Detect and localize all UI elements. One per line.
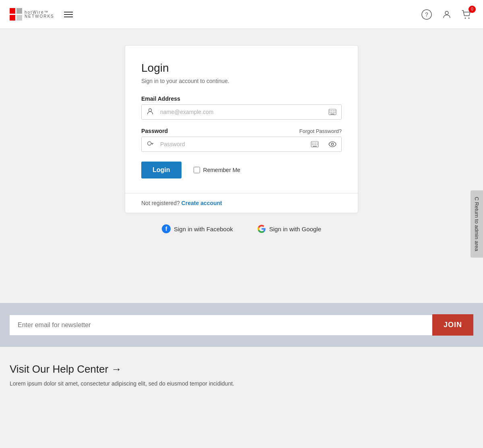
svg-rect-7 bbox=[330, 110, 330, 111]
hamburger-line-1 bbox=[64, 12, 73, 12]
logo-brand: hotWire™ bbox=[25, 10, 54, 15]
logo-sq-bottom-left bbox=[10, 15, 15, 21]
facebook-label: Sign in with Facebook bbox=[174, 226, 233, 232]
svg-rect-25 bbox=[317, 144, 318, 145]
forgot-password-link[interactable]: Forgot Password? bbox=[299, 128, 342, 134]
svg-rect-18 bbox=[312, 143, 313, 143]
email-keyboard-icon[interactable] bbox=[324, 109, 341, 115]
hamburger-line-3 bbox=[64, 17, 73, 17]
svg-rect-12 bbox=[331, 112, 332, 113]
user-field-icon bbox=[142, 108, 159, 116]
password-input[interactable] bbox=[159, 137, 306, 151]
password-input-wrapper bbox=[141, 137, 342, 152]
newsletter-section: JOIN bbox=[0, 303, 483, 347]
login-card: Login Sign in to your account to continu… bbox=[125, 45, 358, 213]
login-title: Login bbox=[141, 62, 342, 75]
password-row: Password Forgot Password? bbox=[141, 128, 342, 134]
svg-rect-10 bbox=[334, 110, 335, 111]
password-label: Password bbox=[141, 128, 168, 134]
remember-me-label[interactable]: Remember Me bbox=[194, 167, 241, 173]
logo-sub: NETWORKS bbox=[25, 15, 54, 19]
social-login: f Sign in with Facebook Sign in with Goo… bbox=[8, 224, 475, 237]
remember-me-text: Remember Me bbox=[203, 167, 241, 173]
email-form-group: Email Address bbox=[141, 95, 342, 120]
facebook-icon: f bbox=[162, 224, 171, 233]
show-password-icon[interactable] bbox=[324, 141, 341, 147]
user-icon[interactable] bbox=[440, 8, 453, 21]
svg-rect-15 bbox=[330, 114, 334, 114]
facebook-login-button[interactable]: f Sign in with Facebook bbox=[162, 224, 233, 233]
join-button[interactable]: JOIN bbox=[432, 314, 473, 336]
login-subtitle: Sign in to your account to continue. bbox=[141, 78, 342, 84]
login-button[interactable]: Login bbox=[141, 162, 182, 178]
not-registered-text: Not registered? bbox=[141, 200, 180, 206]
logo: hotWire™ NETWORKS bbox=[10, 8, 54, 21]
remember-me-checkbox[interactable] bbox=[194, 167, 200, 173]
svg-point-4 bbox=[469, 17, 470, 19]
svg-rect-24 bbox=[315, 144, 316, 145]
create-account-link[interactable]: Create account bbox=[182, 200, 222, 206]
main-content: Login Sign in to your account to continu… bbox=[0, 29, 483, 303]
password-keyboard-icon[interactable] bbox=[306, 141, 324, 147]
password-form-group: Password Forgot Password? bbox=[141, 128, 342, 152]
logo-text: hotWire™ NETWORKS bbox=[25, 10, 54, 19]
cart-badge: 0 bbox=[469, 6, 476, 13]
svg-point-16 bbox=[148, 142, 151, 145]
svg-rect-26 bbox=[313, 146, 317, 147]
email-input[interactable] bbox=[159, 105, 324, 119]
svg-text:?: ? bbox=[425, 11, 428, 18]
hamburger-line-2 bbox=[64, 14, 73, 15]
google-icon bbox=[257, 224, 266, 233]
svg-point-2 bbox=[445, 11, 448, 15]
email-label: Email Address bbox=[141, 95, 342, 102]
header-right: ? 0 bbox=[420, 8, 473, 21]
svg-rect-19 bbox=[314, 143, 314, 143]
key-icon bbox=[142, 140, 159, 149]
cart-icon[interactable]: 0 bbox=[460, 8, 473, 21]
logo-sq-top-left bbox=[10, 8, 15, 14]
svg-rect-22 bbox=[312, 144, 313, 145]
google-login-button[interactable]: Sign in with Google bbox=[257, 224, 321, 233]
svg-point-5 bbox=[149, 109, 151, 112]
login-card-footer: Not registered? Create account bbox=[125, 193, 358, 213]
help-description: Lorem ipsum dolor sit amet, consectetur … bbox=[10, 380, 473, 387]
email-input-wrapper bbox=[141, 104, 342, 120]
logo-sq-top-right bbox=[17, 8, 22, 14]
svg-rect-8 bbox=[331, 110, 332, 111]
svg-rect-9 bbox=[333, 110, 334, 111]
help-icon[interactable]: ? bbox=[420, 8, 433, 21]
logo-sq-bottom-right bbox=[17, 15, 22, 21]
svg-rect-20 bbox=[315, 143, 316, 143]
svg-point-3 bbox=[465, 17, 466, 19]
header: hotWire™ NETWORKS ? bbox=[0, 0, 483, 29]
header-left: hotWire™ NETWORKS bbox=[10, 8, 74, 21]
help-title[interactable]: Visit Our Help Center → bbox=[10, 363, 473, 375]
svg-point-27 bbox=[331, 143, 333, 145]
newsletter-input[interactable] bbox=[10, 315, 432, 335]
svg-rect-13 bbox=[333, 112, 334, 113]
svg-rect-23 bbox=[314, 144, 314, 145]
logo-squares bbox=[10, 8, 22, 21]
help-section: Visit Our Help Center → Lorem ipsum dolo… bbox=[0, 347, 483, 399]
google-label: Sign in with Google bbox=[269, 226, 321, 232]
svg-rect-14 bbox=[334, 112, 335, 113]
hamburger-menu[interactable] bbox=[62, 10, 74, 19]
form-actions: Login Remember Me bbox=[141, 162, 342, 178]
return-to-admin[interactable]: C Return to admin area bbox=[471, 190, 483, 257]
login-form-section: Login Sign in to your account to continu… bbox=[125, 46, 358, 193]
svg-rect-11 bbox=[330, 112, 330, 113]
svg-rect-21 bbox=[317, 143, 318, 143]
